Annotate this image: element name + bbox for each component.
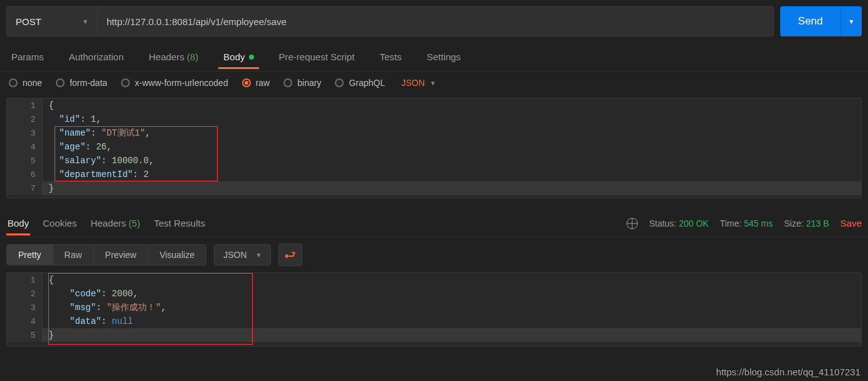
request-tabs: Params Authorization Headers(8) Body Pre… [0,43,868,72]
tab-params[interactable]: Params [6,45,49,68]
tab-prerequest[interactable]: Pre-request Script [274,45,360,68]
body-type-row: none form-data x-www-form-urlencoded raw… [0,72,868,94]
send-button-group: Send ▼ [780,6,862,36]
resp-tab-tests[interactable]: Test Results [152,212,206,235]
resp-tab-body[interactable]: Body [6,212,30,235]
radio-icon [56,78,65,87]
request-body-editor[interactable]: 1{ 2 "id": 1, 3 "name": "DT测试1", 4 "age"… [6,98,862,198]
tab-headers[interactable]: Headers(8) [144,45,203,68]
chevron-down-icon: ▼ [430,80,436,87]
radio-raw[interactable]: raw [242,78,270,88]
mode-pretty[interactable]: Pretty [7,245,53,265]
url-input[interactable] [97,6,774,36]
wrap-line-button[interactable]: ⮐ [278,244,302,266]
radio-none[interactable]: none [9,78,42,88]
response-body-viewer[interactable]: 1{ 2 "code": 2000, 3 "msg": "操作成功！", 4 "… [6,272,862,346]
mode-visualize[interactable]: Visualize [148,245,206,265]
response-bar: Body Cookies Headers(5) Test Results Sta… [0,210,868,237]
radio-graphql[interactable]: GraphQL [335,78,385,88]
tab-authorization[interactable]: Authorization [64,45,129,68]
radio-urlencoded[interactable]: x-www-form-urlencoded [121,78,228,88]
tab-body[interactable]: Body [218,45,258,69]
radio-icon [121,78,130,87]
response-status: Status: 200 OK Time: 545 ms Size: 213 B … [627,218,862,229]
radio-icon [9,78,18,87]
send-button[interactable]: Send [780,6,840,36]
url-bar: POST ▼ Send ▼ [0,0,868,43]
response-tabs: Body Cookies Headers(5) Test Results [6,212,206,235]
save-response-button[interactable]: Save [840,218,862,228]
response-toolbar: Pretty Raw Preview Visualize JSON ▼ ⮐ [0,237,868,272]
resp-tab-headers[interactable]: Headers(5) [89,212,141,235]
chevron-down-icon: ▼ [256,252,262,259]
http-method-select[interactable]: POST ▼ [6,6,97,36]
view-mode-group: Pretty Raw Preview Visualize [6,244,206,266]
radio-icon [283,78,292,87]
radio-icon [242,78,251,87]
radio-binary[interactable]: binary [283,78,321,88]
http-method-label: POST [16,16,41,27]
send-options-button[interactable]: ▼ [840,6,862,36]
radio-form-data[interactable]: form-data [56,78,107,88]
radio-icon [335,78,344,87]
globe-icon[interactable] [627,218,638,229]
response-type-select[interactable]: JSON ▼ [214,244,271,266]
modified-dot-icon [249,55,254,60]
tab-tests[interactable]: Tests [374,45,406,68]
mode-raw[interactable]: Raw [53,245,94,265]
mode-preview[interactable]: Preview [94,245,149,265]
chevron-down-icon: ▼ [82,18,88,25]
resp-tab-cookies[interactable]: Cookies [41,212,78,235]
tab-settings[interactable]: Settings [421,45,465,68]
raw-type-select[interactable]: JSON▼ [401,78,436,88]
watermark: https://blog.csdn.net/qq_41107231 [716,367,860,377]
wrap-icon: ⮐ [285,249,296,262]
